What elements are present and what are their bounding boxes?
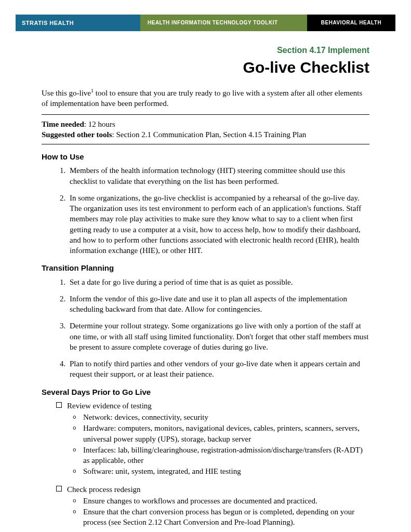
list-item: Plan to notify third parties and other v… (68, 358, 369, 380)
header-toolkit: HEALTH INFORMATION TECHNOLOGY TOOLKIT (140, 15, 307, 31)
checkbox-icon (56, 486, 62, 491)
list-item: Hardware: computers, monitors, navigatio… (83, 423, 369, 444)
page-title: Go-live Checklist (16, 57, 369, 78)
list-item: Ensure changes to workflows and processe… (83, 496, 369, 506)
intro-pre: Use this go-live (42, 89, 91, 97)
list-item: Interfaces: lab, billing/clearinghouse, … (83, 445, 369, 466)
content: Use this go-live1 tool to ensure that yo… (16, 87, 395, 532)
divider (42, 114, 369, 115)
list-item: In some organizations, the go-live check… (68, 193, 369, 256)
transition-list: Set a date for go live during a period o… (42, 277, 369, 380)
time-needed-row: Time needed: 12 hours (42, 119, 369, 129)
check-row: Review evidence of testing (56, 401, 369, 411)
header-bar: STRATIS HEALTH HEALTH INFORMATION TECHNO… (16, 15, 395, 31)
suggested-tools-value: : Section 2.1 Communication Plan, Sectio… (112, 130, 307, 139)
suggested-tools-row: Suggested other tools: Section 2.1 Commu… (42, 129, 369, 140)
how-to-use-list: Members of the health information techno… (42, 165, 369, 256)
sub-list: Ensure changes to workflows and processe… (56, 496, 369, 528)
header-category: BEHAVIORAL HEALTH (307, 15, 395, 31)
checklist: Review evidence of testing Network: devi… (42, 401, 369, 528)
page: STRATIS HEALTH HEALTH INFORMATION TECHNO… (0, 0, 411, 532)
list-item: Ensure that the chart conversion process… (83, 507, 369, 528)
time-needed-value: : 12 hours (84, 120, 115, 128)
check-item-label: Check process redesign (67, 484, 141, 495)
checkbox-icon (56, 402, 62, 408)
check-item: Check process redesign Ensure changes to… (56, 484, 369, 528)
check-row: Check process redesign (56, 484, 369, 495)
list-item: Software: unit, system, integrated, and … (83, 466, 369, 476)
prior-heading: Several Days Prior to Go Live (42, 387, 369, 397)
intro-paragraph: Use this go-live1 tool to ensure that yo… (42, 87, 369, 109)
check-item: Review evidence of testing Network: devi… (56, 401, 369, 477)
meta-block: Time needed: 12 hours Suggested other to… (42, 119, 369, 140)
section-label: Section 4.17 Implement (16, 45, 369, 56)
suggested-tools-label: Suggested other tools (42, 130, 112, 139)
how-to-use-heading: How to Use (42, 152, 369, 162)
list-item: Set a date for go live during a period o… (68, 277, 369, 287)
check-item-label: Review evidence of testing (67, 401, 152, 411)
list-item: Determine your rollout strategy. Some or… (68, 321, 369, 352)
header-brand: STRATIS HEALTH (16, 15, 140, 31)
time-needed-label: Time needed (42, 120, 84, 128)
transition-heading: Transition Planning (42, 263, 369, 273)
list-item: Network: devices, connectivity, security (83, 412, 369, 422)
divider (42, 144, 369, 144)
sub-list: Network: devices, connectivity, security… (56, 412, 369, 477)
list-item: Members of the health information techno… (68, 165, 369, 187)
list-item: Inform the vendor of this go-live date a… (68, 294, 369, 315)
